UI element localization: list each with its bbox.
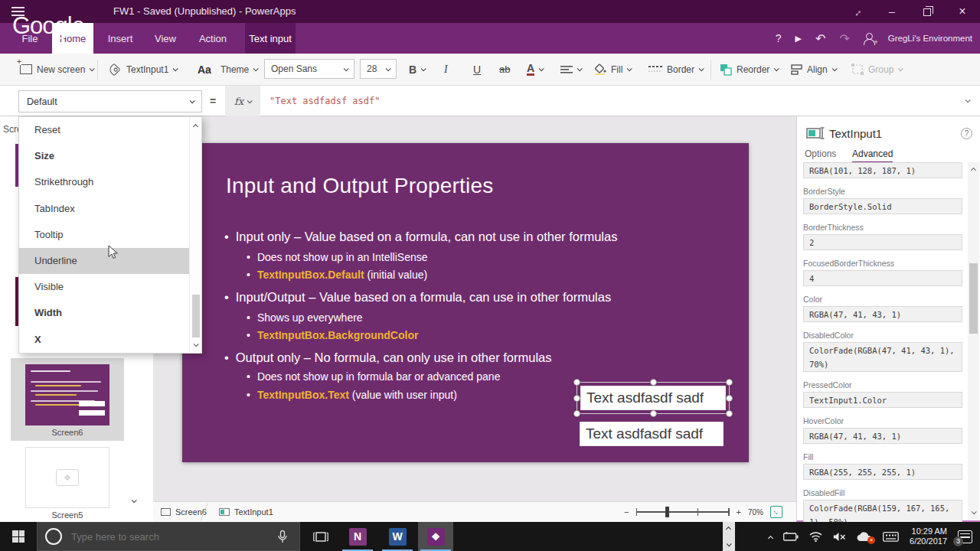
restore-button[interactable]: [910, 0, 945, 23]
property-value[interactable]: 4: [803, 270, 962, 286]
bold-button[interactable]: B: [409, 54, 425, 85]
scrollbar-thumb[interactable]: [969, 263, 978, 334]
dropdown-item-width[interactable]: Width: [19, 300, 191, 326]
scroll-up-icon[interactable]: [726, 527, 731, 532]
zoom-slider-thumb[interactable]: [665, 507, 669, 517]
border-button[interactable]: Border: [648, 54, 703, 85]
theme-button[interactable]: Aa Theme: [198, 54, 257, 85]
fx-button[interactable]: fx: [225, 86, 260, 116]
property-value[interactable]: BorderStyle.Solid: [803, 198, 962, 214]
font-select[interactable]: Open Sans: [264, 59, 354, 79]
property-value[interactable]: ColorFade(RGBA(47, 41, 43, 1), 70%): [803, 342, 962, 372]
environment-name[interactable]: GregLi's Environment: [888, 34, 972, 43]
scroll-up-icon[interactable]: [193, 124, 198, 129]
wifi-icon[interactable]: [809, 532, 822, 542]
help-icon[interactable]: ?: [776, 32, 782, 44]
dropdown-item-reset[interactable]: Reset: [19, 117, 191, 143]
task-view-button[interactable]: [305, 522, 337, 551]
resize-button[interactable]: ↔: [839, 0, 874, 23]
breadcrumb-screen6[interactable]: Screen6: [153, 502, 214, 522]
keyboard-icon[interactable]: [883, 532, 899, 542]
textinput-control[interactable]: Text asdfasdf sadf: [580, 422, 724, 446]
formula-input[interactable]: "Text asdfadsf asdf": [270, 86, 381, 116]
resize-handle[interactable]: [573, 395, 580, 402]
font-color-button[interactable]: A: [527, 54, 543, 85]
menu-text-input[interactable]: Text input: [245, 23, 296, 54]
panel-scrollbar[interactable]: [968, 162, 979, 520]
dropdown-item-underline[interactable]: Underline: [19, 248, 191, 274]
scroll-down-icon[interactable]: [972, 509, 977, 514]
taskbar-search[interactable]: [37, 522, 300, 551]
menu-action[interactable]: Action: [191, 23, 234, 54]
battery-icon[interactable]: [783, 532, 799, 541]
start-button[interactable]: [0, 522, 37, 551]
resize-handle[interactable]: [650, 410, 657, 417]
resize-handle[interactable]: [573, 410, 580, 417]
property-dropdown-select[interactable]: Default: [18, 90, 202, 112]
taskbar-clock[interactable]: 10:29 AM 6/20/2017: [910, 527, 947, 546]
formula-expand-chevron[interactable]: [965, 97, 971, 103]
breadcrumb-textinput1[interactable]: TextInput1: [211, 502, 281, 522]
design-canvas[interactable]: Input and Output Properties Input only –…: [153, 116, 796, 501]
thumbnail-screen5[interactable]: ❖ Screen5: [11, 441, 124, 523]
scroll-down-icon[interactable]: [727, 541, 732, 546]
resize-handle[interactable]: [573, 379, 580, 386]
resize-handle[interactable]: [650, 379, 657, 386]
fit-screen-icon[interactable]: ↔: [770, 506, 782, 518]
strikethrough-button[interactable]: ab: [499, 54, 510, 85]
play-icon[interactable]: ▶: [795, 34, 802, 44]
thumbnail-screen6[interactable]: Screen6: [11, 358, 124, 441]
property-value[interactable]: RGBA(47, 41, 43, 1): [803, 428, 962, 444]
menu-view[interactable]: View: [147, 23, 184, 54]
property-value[interactable]: RGBA(47, 41, 43, 1): [803, 306, 962, 322]
panel-help-icon[interactable]: ?: [961, 128, 972, 139]
resize-handle[interactable]: [726, 379, 733, 386]
resize-handle[interactable]: [726, 410, 733, 417]
resize-handle[interactable]: [726, 395, 733, 402]
italic-button[interactable]: I: [444, 54, 448, 85]
search-input[interactable]: [71, 531, 247, 543]
property-value[interactable]: RGBA(255, 255, 255, 1): [803, 464, 962, 480]
add-person-icon[interactable]: +: [864, 33, 874, 44]
align-button[interactable]: Align: [791, 54, 836, 85]
volume-muted-icon[interactable]: [833, 532, 846, 542]
dropdown-item-tabindex[interactable]: TabIndex: [19, 196, 191, 222]
zoom-in-button[interactable]: +: [737, 507, 741, 517]
taskbar-word[interactable]: W: [380, 522, 415, 551]
hidden-icons-chevron[interactable]: [768, 535, 773, 540]
dropdown-item-visible[interactable]: Visible: [19, 274, 191, 300]
text-align-button[interactable]: [560, 54, 581, 85]
panel-collapse-chevron[interactable]: [132, 497, 137, 503]
underline-button[interactable]: U: [473, 54, 481, 85]
new-screen-button[interactable]: New screen: [20, 54, 93, 85]
scroll-up-icon[interactable]: [971, 168, 976, 173]
undo-icon[interactable]: ↶: [815, 31, 825, 46]
slide-screen6[interactable]: Input and Output Properties Input only –…: [182, 143, 749, 462]
property-value[interactable]: RGBA(101, 128, 187, 1): [803, 162, 962, 178]
property-value[interactable]: TextInput1.Color: [803, 392, 962, 408]
font-size-select[interactable]: 28: [360, 59, 397, 79]
property-value[interactable]: 2: [803, 234, 962, 250]
selected-control-button[interactable]: TextInput1: [109, 54, 177, 85]
redo-icon[interactable]: ↷: [839, 31, 849, 46]
minimize-button[interactable]: –: [874, 0, 910, 23]
dropdown-item-strikethrough[interactable]: Strikethrough: [19, 169, 191, 195]
zoom-slider[interactable]: [636, 511, 730, 513]
dropdown-item-x[interactable]: X: [19, 327, 191, 353]
taskbar-onenote[interactable]: N: [340, 522, 375, 551]
mini-scrollbar[interactable]: [723, 522, 735, 551]
dropdown-scrollbar[interactable]: [189, 117, 201, 353]
reorder-button[interactable]: Reorder: [720, 54, 778, 85]
textinput-control-selected[interactable]: Text asdfasdf sadf: [580, 386, 726, 410]
taskbar-powerapps[interactable]: ❖: [418, 522, 453, 551]
dropdown-item-tooltip[interactable]: Tooltip: [19, 222, 191, 248]
zoom-out-button[interactable]: −: [624, 507, 629, 517]
dropdown-item-size[interactable]: Size: [19, 143, 191, 169]
menu-insert[interactable]: Insert: [101, 23, 139, 54]
scrollbar-thumb[interactable]: [192, 295, 200, 337]
scroll-down-icon[interactable]: [194, 341, 199, 347]
fill-button[interactable]: Fill: [594, 54, 631, 85]
onedrive-icon[interactable]: ×: [857, 532, 872, 542]
tab-advanced[interactable]: Advanced: [852, 148, 893, 164]
close-button[interactable]: ×: [945, 0, 980, 23]
